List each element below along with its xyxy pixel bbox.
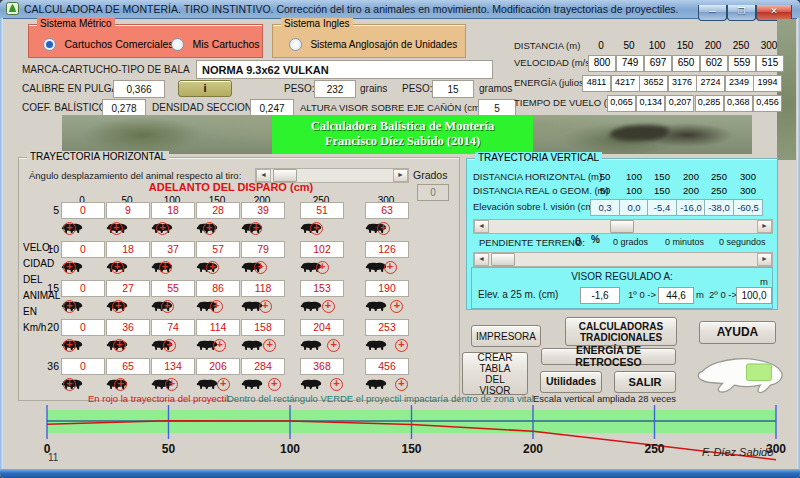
- calibre-input[interactable]: 0,366: [113, 80, 165, 98]
- ayuda-button[interactable]: AYUDA: [699, 321, 776, 344]
- grados-input[interactable]: 0: [417, 184, 449, 201]
- peso-gramos-input[interactable]: 15: [432, 80, 474, 98]
- ballistics-row-label: DISTANCIA (m): [514, 40, 580, 51]
- ballistics-value: 602: [700, 55, 728, 72]
- animal-cell: +: [150, 375, 196, 393]
- utilidades-button[interactable]: Utilidades: [540, 371, 602, 393]
- zero2-label: 2º 0 ->: [709, 289, 737, 300]
- distancia-horizontal-value: 200: [677, 171, 705, 182]
- adelanto-value: 65: [106, 358, 150, 375]
- distancia-real-value: 200: [677, 185, 705, 196]
- ballistics-value: 559: [728, 55, 756, 72]
- impresora-label: IMPRESORA: [476, 331, 536, 342]
- ballistics-value: 2724: [696, 75, 725, 92]
- animal-cell: +: [60, 375, 106, 393]
- scroll-right-icon[interactable]: ►: [757, 253, 772, 266]
- adelanto-value: 28: [196, 202, 240, 219]
- zero2-input[interactable]: 100,0: [736, 287, 772, 304]
- radio-icon: [171, 38, 184, 51]
- window-border-bottom: [0, 469, 800, 478]
- distancia-horizontal-value: 300: [734, 171, 762, 182]
- zero2-unit: m: [760, 276, 768, 287]
- app-window: CALCULADORA DE MONTERÍA. TIRO INSTINTIVO…: [0, 0, 800, 478]
- radio-sistema-anglosajon[interactable]: Sistema Anglosajón de Unidades: [289, 35, 457, 53]
- ballistics-value: 0,065: [607, 95, 636, 112]
- maximize-button[interactable]: ❐: [727, 5, 756, 21]
- grados-value: 0: [430, 187, 436, 198]
- animal-cell: +: [105, 336, 151, 354]
- impresora-button[interactable]: IMPRESORA: [471, 325, 541, 347]
- adelanto-value: 114: [196, 319, 240, 336]
- ballistics-value: 0,207: [665, 95, 694, 112]
- crosshair-icon: +: [310, 222, 323, 235]
- gramos-unit: gramos: [479, 83, 512, 94]
- crosshair-icon: +: [63, 378, 76, 391]
- pendiente-unit: %: [591, 234, 600, 245]
- boar-icon: [240, 338, 264, 357]
- adelanto-value: 153: [300, 280, 344, 297]
- animal-cell: +: [60, 297, 106, 315]
- salir-button[interactable]: SALIR: [614, 371, 676, 393]
- vertical-scrollbar-1[interactable]: ◄ ►: [473, 219, 773, 234]
- elev25-value: -1,6: [591, 290, 608, 301]
- scroll-left-icon[interactable]: ◄: [474, 253, 489, 266]
- ballistics-value: 650: [672, 55, 700, 72]
- vertical-scrollbar-2[interactable]: ◄ ►: [473, 252, 773, 267]
- peso-gramos-value: 15: [447, 84, 458, 95]
- crosshair-icon: +: [113, 339, 126, 352]
- adelanto-value: 0: [61, 280, 105, 297]
- coef-label: COEF. BALÍSTICO: [22, 102, 106, 113]
- adelanto-value: 39: [241, 202, 285, 219]
- trajectory-chart: 050100150200250300: [0, 403, 800, 465]
- elevacion-value: -60,5: [733, 199, 763, 216]
- adelanto-value: 118: [241, 280, 285, 297]
- crosshair-icon: +: [161, 300, 174, 313]
- scroll-right-icon[interactable]: ►: [757, 220, 772, 233]
- elev25-input[interactable]: -1,6: [580, 287, 620, 304]
- distancia-tick: 0: [588, 38, 614, 53]
- crosshair-icon: +: [63, 339, 76, 352]
- crear-tabla-label: CREAR TABLA DEL VISOR: [469, 352, 521, 396]
- animal-cell: +: [150, 258, 196, 276]
- crear-tabla-visor-button[interactable]: CREAR TABLA DEL VISOR: [462, 352, 528, 395]
- ballistics-value: 0,368: [724, 95, 753, 112]
- adelanto-value: 57: [196, 241, 240, 258]
- animal-cell: +: [240, 336, 286, 354]
- animal-cell: +: [105, 258, 151, 276]
- zero1-input[interactable]: 44,6: [658, 287, 694, 304]
- ballistics-value: 3652: [639, 75, 668, 92]
- radio-cartuchos-comerciales[interactable]: Cartuchos Comerciales: [43, 35, 174, 53]
- distancia-tick: 100: [644, 38, 670, 53]
- zero1-value: 44,6: [666, 290, 685, 301]
- banner-line1: Calculadora Balística de Montería: [272, 119, 533, 134]
- crosshair-icon: +: [165, 378, 178, 391]
- ballistics-value: 1994: [753, 75, 782, 92]
- minimize-button[interactable]: ─: [698, 5, 727, 21]
- info-button[interactable]: i: [178, 80, 232, 97]
- ballistics-value: 800: [588, 55, 616, 72]
- boar-icon: [364, 338, 388, 357]
- title-bar[interactable]: CALCULADORA DE MONTERÍA. TIRO INSTINTIVO…: [0, 0, 800, 19]
- adelanto-value: 9: [106, 202, 150, 219]
- elevacion-value: -5,4: [647, 199, 677, 216]
- peso-grains-input[interactable]: 232: [314, 80, 356, 98]
- crosshair-icon: +: [395, 378, 408, 391]
- metric-system-legend: Sistema Métrico: [37, 18, 115, 29]
- crosshair-icon: +: [63, 300, 76, 313]
- distancia-real-value: 50: [591, 185, 619, 196]
- ballistics-value: 515: [756, 55, 784, 72]
- marca-input[interactable]: NORMA 9.3x62 VULKAN: [196, 60, 493, 79]
- energia-retroceso-button[interactable]: ENERGÍA DE RETROCESO: [541, 348, 676, 365]
- peso-gramos-label: PESO:: [402, 83, 433, 94]
- animal-cell: +: [299, 219, 345, 237]
- adelanto-value: 79: [241, 241, 285, 258]
- animal-cell: +: [299, 297, 345, 315]
- animal-cell: +: [299, 375, 345, 393]
- distancia-horizontal-value: 100: [620, 171, 648, 182]
- calculadoras-tradicionales-button[interactable]: CALCULADORAS TRADICIONALES: [565, 317, 677, 346]
- adelanto-value: 63: [365, 202, 409, 219]
- radio-mis-cartuchos[interactable]: Mis Cartuchos: [171, 35, 260, 53]
- distancia-horizontal-value: 50: [591, 171, 619, 182]
- scroll-left-icon[interactable]: ◄: [474, 220, 489, 233]
- speed-row-label: 20: [41, 321, 59, 333]
